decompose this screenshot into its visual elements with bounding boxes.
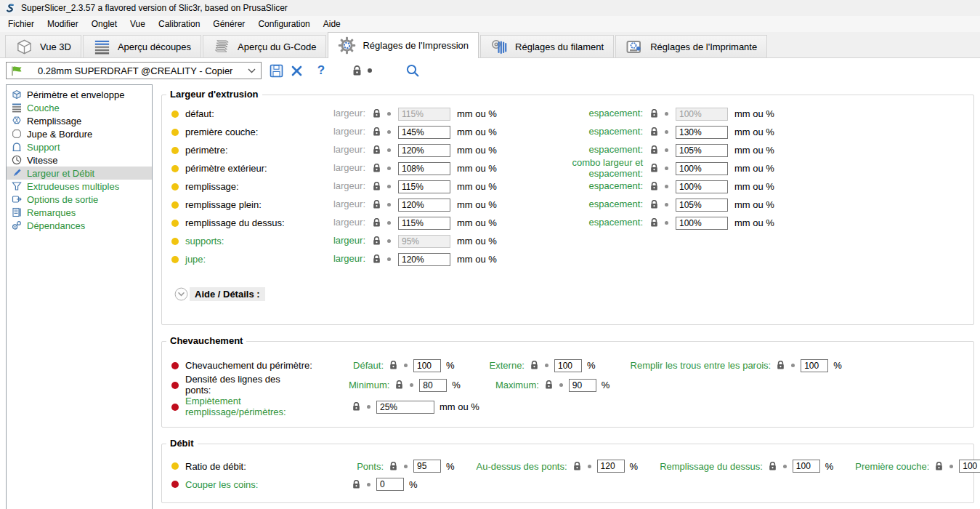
sidebar-item-couche[interactable]: Couche (7, 101, 152, 114)
value-input[interactable] (676, 144, 728, 157)
value-input[interactable] (676, 126, 728, 139)
lock-icon[interactable] (372, 164, 381, 173)
value-input[interactable] (676, 162, 728, 175)
lock-icon[interactable] (649, 200, 659, 209)
menu-fichier[interactable]: Fichier (1, 17, 41, 31)
modified-bullet-icon (387, 112, 391, 116)
lock-icon[interactable] (372, 127, 381, 137)
menu-aide[interactable]: Aide (317, 17, 347, 31)
lock-icon[interactable] (530, 361, 539, 370)
search-icon[interactable] (404, 62, 421, 79)
value-input[interactable] (554, 359, 582, 372)
tab-reglages-du-filament[interactable]: Réglages du filament (480, 35, 614, 57)
lock-icon[interactable] (352, 65, 372, 76)
support-icon (11, 142, 22, 152)
lock-icon[interactable] (934, 462, 944, 471)
preset-select[interactable]: 0.28mm SUPERDRAFT @CREALITY - Copier (6, 62, 262, 79)
lock-icon[interactable] (372, 109, 381, 119)
save-icon[interactable] (267, 62, 285, 79)
modified-bullet-icon (791, 364, 795, 367)
value-input[interactable] (676, 180, 728, 193)
help-details-expander[interactable]: Aide / Détails : (174, 287, 973, 324)
value-input[interactable] (676, 199, 728, 212)
value-input[interactable] (376, 401, 434, 414)
lock-icon[interactable] (372, 236, 381, 246)
lock-icon[interactable] (372, 182, 381, 191)
value-input[interactable] (376, 478, 404, 491)
menu-modifier[interactable]: Modifier (41, 17, 85, 31)
setting-label: périmètre extérieur: (185, 163, 316, 174)
value-input[interactable] (398, 180, 450, 193)
lock-icon[interactable] (544, 380, 554, 390)
lock-icon[interactable] (572, 462, 582, 471)
lock-icon[interactable] (352, 402, 361, 412)
modified-dot (171, 111, 179, 118)
delete-preset-icon[interactable] (288, 62, 305, 79)
lock-icon[interactable] (389, 361, 398, 370)
unit-label: mm ou % (457, 181, 499, 192)
sidebar-item-support[interactable]: Support (7, 140, 152, 153)
lock-icon[interactable] (649, 145, 659, 155)
lock-icon[interactable] (649, 182, 659, 191)
value-input[interactable] (413, 359, 441, 372)
sidebar-item-perimetre-et-enveloppe[interactable]: Périmètre et enveloppe (7, 88, 152, 101)
value-input[interactable] (801, 359, 828, 372)
lock-icon[interactable] (352, 480, 361, 489)
lock-icon[interactable] (394, 380, 404, 390)
value-input[interactable] (569, 379, 596, 392)
setting-label: remplissage: (185, 181, 316, 192)
tab-reglages-de-l-imprimante[interactable]: Réglages de l'Imprimante (615, 35, 767, 57)
sidebar-item-options-de-sortie[interactable]: Options de sortie (7, 193, 152, 206)
value-input[interactable] (676, 217, 728, 230)
sidebar-item-vitesse[interactable]: Vitesse (7, 153, 152, 167)
value-input[interactable] (398, 253, 450, 266)
lock-icon[interactable] (649, 164, 659, 173)
value-input[interactable] (419, 379, 447, 392)
value-input[interactable] (959, 460, 980, 473)
help-icon[interactable]: ? (314, 63, 328, 78)
extrusion-row-jupe: jupe:largeur:mm ou % (171, 250, 973, 268)
tab-reglages-de-l-impression[interactable]: Réglages de l'Impression (328, 32, 479, 58)
value-input[interactable] (398, 162, 450, 175)
setting-label: Chevauchement du périmètre: (185, 360, 349, 371)
lock-icon[interactable] (649, 109, 659, 119)
unit-label: % (602, 380, 610, 390)
sub-label: espacement: (544, 199, 643, 209)
value-input[interactable] (793, 460, 820, 473)
lock-icon[interactable] (649, 127, 659, 137)
lock-icon[interactable] (389, 462, 398, 471)
setting-label-text: Couper les coins: (185, 479, 258, 490)
sidebar-item-jupe-bordure[interactable]: Jupe & Bordure (7, 127, 152, 140)
tab-apercu-decoupes[interactable]: Aperçu découpes (83, 35, 201, 57)
lock-icon[interactable] (649, 218, 659, 228)
menu-configuration[interactable]: Configuration (251, 17, 316, 31)
group-debit: Débit Ratio de débit:Ponts:%Au-dessus de… (161, 444, 974, 503)
menu-onglet[interactable]: Onglet (85, 17, 123, 31)
layers-icon (11, 103, 22, 113)
sidebar-item-extrudeuses-multiples[interactable]: Extrudeuses multiples (7, 180, 152, 193)
menu-calibration[interactable]: Calibration (152, 17, 206, 31)
tab-vue-3d[interactable]: Vue 3D (5, 35, 81, 57)
lock-icon[interactable] (372, 218, 381, 228)
value-input[interactable] (413, 460, 441, 473)
sidebar-item-remarques[interactable]: Remarques (7, 206, 152, 219)
sidebar-item-remplissage[interactable]: Remplissage (7, 114, 152, 127)
lock-icon[interactable] (372, 145, 381, 155)
lock-icon[interactable] (768, 462, 777, 471)
notes-icon (11, 207, 22, 217)
sidebar-item-dependances[interactable]: Dépendances (7, 219, 152, 232)
lock-icon[interactable] (372, 200, 381, 209)
value-input[interactable] (398, 144, 450, 157)
lock-icon[interactable] (372, 254, 381, 264)
menu-generer[interactable]: Générer (206, 17, 251, 31)
params-group: mm ou % (349, 401, 479, 414)
value-input[interactable] (398, 199, 450, 212)
value-input[interactable] (597, 460, 625, 473)
sidebar-item-largeur-et-debit[interactable]: Largeur et Débit (7, 167, 152, 180)
unit-label: mm ou % (457, 217, 499, 228)
value-input[interactable] (398, 126, 450, 139)
value-input[interactable] (398, 217, 450, 230)
tab-apercu-du-g-code[interactable]: Aperçu du G-Code (203, 35, 326, 57)
lock-icon[interactable] (776, 361, 785, 370)
menu-vue[interactable]: Vue (123, 17, 152, 31)
